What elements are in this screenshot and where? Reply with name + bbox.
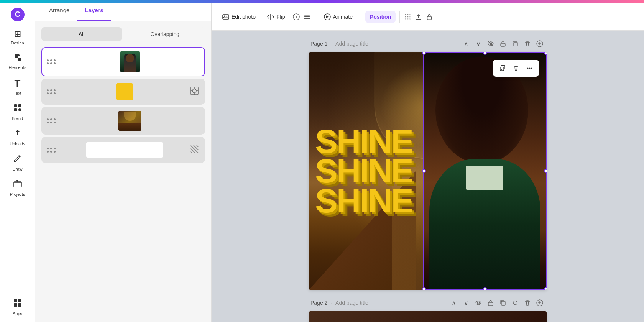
layer-drag-handle-4[interactable] xyxy=(47,148,56,153)
layer-item-church[interactable] xyxy=(41,107,205,135)
page-2-container: Page 2 - Add page title ∧ ∨ xyxy=(309,297,547,322)
uploads-icon xyxy=(13,128,22,140)
lock-button[interactable] xyxy=(425,13,434,21)
info-button[interactable]: i xyxy=(292,13,301,21)
canvas-page-1[interactable]: SHINESHINESHINE xyxy=(309,52,547,290)
svg-rect-10 xyxy=(14,182,21,187)
flip-button[interactable]: Flip xyxy=(263,10,290,23)
context-more-button[interactable] xyxy=(524,62,536,74)
filter-all-button[interactable]: All xyxy=(41,27,122,41)
svg-line-24 xyxy=(197,145,198,147)
layers-list xyxy=(35,47,211,163)
svg-rect-51 xyxy=(427,16,432,20)
text-icon: T xyxy=(15,77,21,89)
layer-item-person[interactable] xyxy=(41,47,205,76)
apps-icon xyxy=(13,298,22,310)
svg-rect-54 xyxy=(501,43,505,46)
svg-rect-11 xyxy=(14,299,17,302)
page-1-delete-icon[interactable] xyxy=(522,38,533,49)
sidebar-item-apps[interactable]: Apps xyxy=(2,295,33,319)
svg-rect-67 xyxy=(501,301,505,305)
page-1-add-icon[interactable] xyxy=(534,38,545,49)
svg-rect-31 xyxy=(304,16,309,17)
page-1-copy-icon[interactable] xyxy=(510,38,521,49)
svg-point-8 xyxy=(18,108,21,111)
context-delete-button[interactable] xyxy=(510,62,522,74)
svg-rect-55 xyxy=(514,42,518,46)
svg-point-65 xyxy=(478,302,480,304)
sidebar-label-draw: Draw xyxy=(13,167,23,171)
svg-rect-43 xyxy=(411,14,412,15)
canvas-area[interactable]: Page 1 - Add page title ∧ ∨ xyxy=(212,31,644,322)
page-1-hide-icon[interactable] xyxy=(485,38,496,49)
export-button[interactable] xyxy=(414,13,423,21)
page-2-delete-icon[interactable] xyxy=(522,297,533,308)
svg-rect-7 xyxy=(18,104,21,107)
tab-arrange[interactable]: Arrange xyxy=(41,0,77,21)
layer-thumbnail-white-rect xyxy=(60,142,189,158)
page-2-up-icon[interactable]: ∧ xyxy=(449,297,459,308)
sidebar-label-text: Text xyxy=(13,91,21,95)
page-1-header: Page 1 - Add page title ∧ ∨ xyxy=(309,38,547,49)
lines-button[interactable] xyxy=(303,13,311,21)
layer-item-yellow-box[interactable] xyxy=(41,79,205,105)
page-2-hide-icon[interactable] xyxy=(473,297,484,308)
svg-point-64 xyxy=(531,68,532,69)
svg-text:i: i xyxy=(296,15,297,19)
context-copy-button[interactable] xyxy=(496,62,508,74)
animate-icon xyxy=(324,13,331,20)
sidebar-label-projects: Projects xyxy=(10,192,25,197)
layer-filters: All Overlapping xyxy=(35,21,211,47)
sidebar-item-projects[interactable]: Projects xyxy=(2,176,33,200)
svg-text:C: C xyxy=(15,10,20,18)
page-2-add-icon[interactable] xyxy=(534,297,545,308)
toolbar-divider-2 xyxy=(361,11,361,23)
page-1-down-icon[interactable]: ∨ xyxy=(473,38,484,49)
layer-thumbnail-church xyxy=(60,111,200,131)
layer-drag-handle[interactable] xyxy=(47,59,56,64)
sidebar-item-draw[interactable]: Draw xyxy=(2,151,33,174)
canvas-context-menu xyxy=(493,60,539,77)
svg-rect-5 xyxy=(14,104,17,107)
page-1-container: Page 1 - Add page title ∧ ∨ xyxy=(309,38,547,290)
page-1-lock-icon[interactable] xyxy=(498,38,508,49)
filter-overlapping-button[interactable]: Overlapping xyxy=(125,27,205,41)
tab-layers[interactable]: Layers xyxy=(77,0,111,21)
svg-rect-37 xyxy=(405,16,406,17)
page-2-title: Page 2 xyxy=(310,300,327,306)
canva-logo[interactable]: C xyxy=(2,6,33,23)
page-2-copy-icon[interactable] xyxy=(498,297,508,308)
svg-rect-34 xyxy=(405,14,406,15)
svg-rect-12 xyxy=(18,299,21,302)
svg-rect-41 xyxy=(407,17,408,18)
sidebar-item-text[interactable]: T Text xyxy=(2,74,33,99)
grid-pattern-button[interactable] xyxy=(404,13,412,21)
sidebar-item-brand[interactable]: Brand xyxy=(2,100,33,124)
layer-drag-handle-3[interactable] xyxy=(47,118,56,123)
svg-point-62 xyxy=(527,68,529,69)
layer-drag-handle-2[interactable] xyxy=(47,89,56,94)
position-button[interactable]: Position xyxy=(365,11,396,23)
sidebar-item-uploads[interactable]: Uploads xyxy=(2,125,33,149)
svg-rect-30 xyxy=(304,15,309,15)
sidebar-item-design[interactable]: ⊞ Design xyxy=(2,26,33,48)
page-2-down-icon[interactable]: ∨ xyxy=(461,297,472,308)
sidebar-item-elements[interactable]: Elements xyxy=(2,50,33,73)
draw-icon xyxy=(13,154,22,165)
layer-item-white-rect[interactable] xyxy=(41,137,205,163)
svg-rect-47 xyxy=(407,19,408,20)
layer-thumbnail-person xyxy=(60,51,200,72)
layer-hatch-icon xyxy=(189,144,200,156)
svg-rect-44 xyxy=(411,16,412,17)
page-2-lock-icon[interactable] xyxy=(485,297,496,308)
sidebar-label-uploads: Uploads xyxy=(10,141,25,146)
edit-photo-button[interactable]: Edit photo xyxy=(218,10,260,23)
person-layer[interactable] xyxy=(423,52,547,290)
canvas-page-2-stub[interactable] xyxy=(309,311,547,322)
animate-button[interactable]: Animate xyxy=(319,10,357,23)
page-2-refresh-icon[interactable] xyxy=(510,297,521,308)
page-1-add-title[interactable]: Add page title xyxy=(335,41,368,47)
svg-rect-6 xyxy=(14,108,17,111)
page-1-up-icon[interactable]: ∧ xyxy=(461,38,472,49)
page-2-add-title[interactable]: Add page title xyxy=(335,300,368,306)
